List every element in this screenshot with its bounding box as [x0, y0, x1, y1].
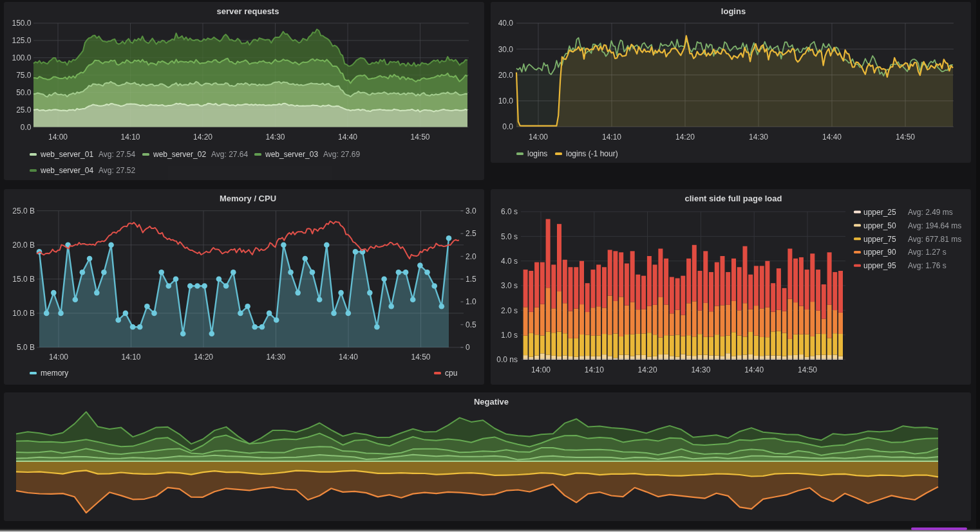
svg-text:web_server_03: web_server_03	[265, 150, 318, 159]
svg-text:5.0 s: 5.0 s	[501, 232, 518, 241]
svg-text:14:30: 14:30	[266, 353, 285, 362]
svg-text:upper_90: upper_90	[863, 248, 896, 257]
svg-text:Avg: 1.27 s: Avg: 1.27 s	[908, 248, 947, 257]
svg-text:0.5: 0.5	[466, 320, 476, 329]
svg-text:25.0: 25.0	[16, 105, 32, 115]
svg-text:Avg: 677.81 ms: Avg: 677.81 ms	[908, 235, 961, 244]
svg-text:14:20: 14:20	[675, 133, 695, 142]
svg-text:75.0: 75.0	[16, 71, 32, 80]
svg-text:14:50: 14:50	[798, 365, 817, 374]
svg-text:14:30: 14:30	[265, 133, 285, 142]
svg-text:cpu: cpu	[445, 369, 457, 378]
svg-text:10.0 B: 10.0 B	[12, 309, 35, 318]
svg-text:14:30: 14:30	[691, 365, 710, 374]
svg-text:Avg: 27.52: Avg: 27.52	[99, 166, 135, 175]
svg-text:20.0 B: 20.0 B	[12, 241, 35, 250]
svg-text:20.0: 20.0	[498, 71, 514, 80]
svg-text:Memory / CPU: Memory / CPU	[220, 194, 276, 203]
svg-text:50.0: 50.0	[16, 88, 32, 97]
svg-text:14:40: 14:40	[822, 133, 842, 142]
svg-text:14:30: 14:30	[749, 133, 768, 142]
svg-text:4.0 s: 4.0 s	[501, 257, 518, 266]
svg-text:web_server_02: web_server_02	[153, 150, 206, 159]
svg-text:2.0 s: 2.0 s	[501, 306, 518, 315]
svg-text:14:10: 14:10	[602, 133, 621, 142]
svg-text:1.5: 1.5	[466, 275, 476, 284]
svg-text:0.0 ns: 0.0 ns	[496, 355, 518, 364]
svg-text:14:50: 14:50	[411, 353, 430, 362]
svg-text:3.0: 3.0	[466, 206, 476, 216]
svg-text:10.0: 10.0	[498, 96, 514, 105]
svg-text:14:00: 14:00	[529, 133, 548, 142]
svg-text:14:00: 14:00	[48, 133, 68, 142]
svg-text:Avg: 27.64: Avg: 27.64	[211, 150, 248, 159]
svg-text:30.0: 30.0	[498, 45, 514, 54]
svg-text:14:40: 14:40	[339, 353, 358, 362]
svg-text:2.5: 2.5	[466, 229, 476, 238]
svg-text:6.0 s: 6.0 s	[501, 207, 518, 216]
svg-text:web_server_04: web_server_04	[40, 166, 93, 175]
svg-text:web_server_01: web_server_01	[40, 150, 93, 159]
svg-text:Avg: 27.54: Avg: 27.54	[99, 150, 135, 159]
svg-text:40.0: 40.0	[498, 19, 514, 28]
svg-text:14:20: 14:20	[638, 365, 657, 374]
svg-text:upper_95: upper_95	[863, 261, 896, 270]
svg-text:upper_25: upper_25	[863, 208, 896, 217]
svg-text:14:00: 14:00	[531, 365, 551, 374]
svg-text:14:10: 14:10	[120, 133, 140, 142]
svg-text:3.0 s: 3.0 s	[501, 281, 518, 290]
svg-text:100.0: 100.0	[12, 53, 31, 62]
svg-text:125.0: 125.0	[12, 36, 31, 45]
svg-text:14:10: 14:10	[585, 365, 604, 374]
svg-text:logins (-1 hour): logins (-1 hour)	[566, 149, 618, 158]
svg-text:14:10: 14:10	[121, 353, 140, 362]
svg-text:logins: logins	[527, 149, 547, 158]
svg-text:14:50: 14:50	[410, 133, 429, 142]
svg-text:14:50: 14:50	[896, 133, 915, 142]
svg-text:14:40: 14:40	[338, 133, 357, 142]
svg-text:Negative: Negative	[474, 397, 509, 407]
svg-text:14:40: 14:40	[744, 365, 764, 374]
svg-text:15.0 B: 15.0 B	[12, 275, 35, 284]
svg-text:1.0: 1.0	[466, 297, 476, 306]
svg-text:0: 0	[466, 343, 470, 352]
svg-text:logins: logins	[721, 6, 746, 16]
svg-text:150.0: 150.0	[12, 19, 31, 28]
svg-text:Avg: 2.49 ms: Avg: 2.49 ms	[908, 208, 953, 217]
svg-text:14:20: 14:20	[194, 353, 213, 362]
svg-text:25.0 B: 25.0 B	[12, 206, 35, 216]
svg-text:0.0: 0.0	[21, 123, 32, 132]
svg-text:0.0: 0.0	[502, 122, 513, 131]
svg-text:client side full page load: client side full page load	[685, 194, 782, 203]
svg-text:server requests: server requests	[217, 6, 279, 16]
svg-text:5.0 B: 5.0 B	[17, 343, 35, 352]
svg-text:upper_75: upper_75	[863, 235, 896, 244]
svg-text:1.0 s: 1.0 s	[501, 331, 518, 340]
svg-text:Avg: 27.69: Avg: 27.69	[323, 150, 360, 159]
svg-text:Avg: 194.64 ms: Avg: 194.64 ms	[908, 221, 961, 230]
svg-text:14:20: 14:20	[193, 133, 212, 142]
svg-text:upper_50: upper_50	[863, 221, 896, 230]
svg-text:Avg: 1.76 s: Avg: 1.76 s	[908, 261, 947, 270]
svg-text:memory: memory	[41, 369, 68, 378]
svg-text:2.0: 2.0	[466, 252, 476, 261]
svg-text:14:00: 14:00	[49, 353, 68, 362]
